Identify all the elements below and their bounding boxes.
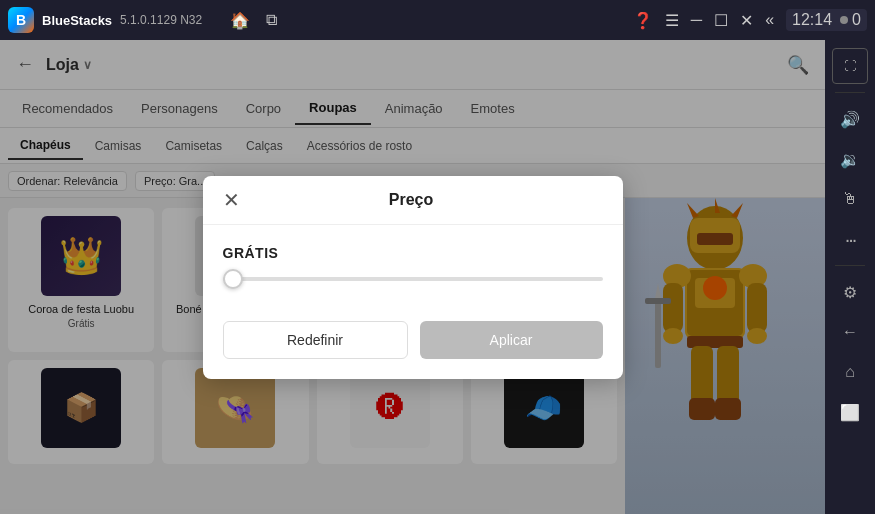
back-icon[interactable]: ←: [832, 314, 868, 350]
time-display: 12:14: [792, 11, 832, 29]
modal-title: Preço: [240, 191, 583, 209]
time-badge: 12:14 0: [786, 9, 867, 31]
reset-button[interactable]: Redefinir: [223, 321, 408, 359]
window-nav-icons: 🏠 ⧉: [230, 11, 277, 30]
notification-dot: [840, 16, 848, 24]
minimize-icon[interactable]: ─: [691, 11, 702, 29]
price-modal: ✕ Preço GRÁTIS Redefinir Aplicar: [203, 176, 623, 379]
back-nav-icon[interactable]: «: [765, 11, 774, 29]
volume-up-icon[interactable]: 🔊: [832, 101, 868, 137]
layers-icon[interactable]: ⧉: [266, 11, 277, 30]
bluestacks-logo: B: [8, 7, 34, 33]
home-nav-icon[interactable]: 🏠: [230, 11, 250, 30]
help-icon[interactable]: ❓: [633, 11, 653, 30]
main-content: ← Loja ∨ 🔍 Recomendados Personagens Corp…: [0, 40, 825, 514]
modal-overlay: ✕ Preço GRÁTIS Redefinir Aplicar: [0, 40, 825, 514]
app-name: BlueStacks: [42, 13, 112, 28]
price-section-label: GRÁTIS: [223, 245, 603, 261]
apply-button[interactable]: Aplicar: [420, 321, 603, 359]
modal-body: GRÁTIS: [203, 225, 623, 321]
sidebar-divider-1: [835, 92, 865, 93]
more-options-icon[interactable]: ···: [832, 221, 868, 257]
screenshot-icon[interactable]: ⬜: [832, 394, 868, 430]
modal-header: ✕ Preço: [203, 176, 623, 225]
title-bar: B BlueStacks 5.1.0.1129 N32 🏠 ⧉ ❓ ☰ ─ ☐ …: [0, 0, 875, 40]
slider-track: [223, 277, 603, 281]
mouse-icon[interactable]: 🖱: [832, 181, 868, 217]
price-slider-container[interactable]: [223, 277, 603, 281]
sidebar-divider-2: [835, 265, 865, 266]
modal-close-button[interactable]: ✕: [223, 190, 240, 210]
notification-count: 0: [852, 11, 861, 29]
expand-icon[interactable]: ⛶: [832, 48, 868, 84]
maximize-icon[interactable]: ☐: [714, 11, 728, 30]
close-window-icon[interactable]: ✕: [740, 11, 753, 30]
slider-thumb[interactable]: [223, 269, 243, 289]
app-version: 5.1.0.1129 N32: [120, 13, 202, 27]
title-bar-right: ❓ ☰ ─ ☐ ✕ « 12:14 0: [633, 9, 867, 31]
menu-icon[interactable]: ☰: [665, 11, 679, 30]
right-sidebar: ⛶ 🔊 🔉 🖱 ··· ⚙ ← ⌂ ⬜: [825, 40, 875, 514]
volume-down-icon[interactable]: 🔉: [832, 141, 868, 177]
home-icon[interactable]: ⌂: [832, 354, 868, 390]
settings-icon[interactable]: ⚙: [832, 274, 868, 310]
modal-footer: Redefinir Aplicar: [203, 321, 623, 379]
